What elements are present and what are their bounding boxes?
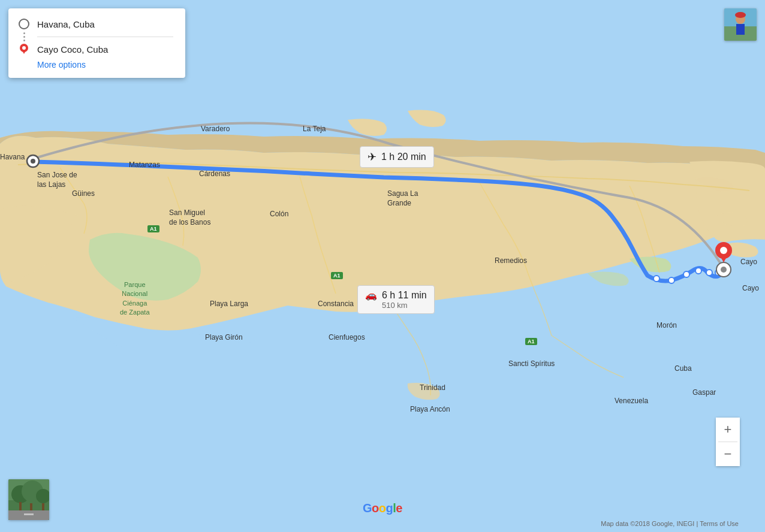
- dots-icon: [18, 32, 30, 41]
- directions-panel: Havana, Cuba Cayo Coco, Cuba More option…: [8, 8, 185, 78]
- zoom-in-button[interactable]: +: [716, 418, 740, 442]
- highway-badge-a1-east: A1: [525, 338, 537, 345]
- map-background: [0, 0, 765, 532]
- google-logo: Google: [363, 501, 402, 515]
- svg-rect-24: [42, 503, 44, 512]
- profile-thumbnail[interactable]: [724, 8, 757, 41]
- svg-point-13: [720, 247, 727, 254]
- origin-icon-container: [18, 18, 30, 30]
- destination-pin-icon: [18, 43, 30, 55]
- destination-label: Cayo Coco, Cuba: [37, 44, 108, 55]
- route-divider: [18, 32, 173, 41]
- streetview-thumbnail[interactable]: [8, 479, 49, 520]
- highway-badge-a1-west: A1: [147, 225, 159, 232]
- more-options-link[interactable]: More options: [37, 60, 173, 69]
- zoom-controls: + −: [716, 418, 740, 466]
- divider-line: [37, 37, 173, 37]
- origin-row: Havana, Cuba: [18, 18, 173, 30]
- highway-badge-a1-mid: A1: [331, 272, 343, 279]
- origin-label: Havana, Cuba: [37, 19, 95, 29]
- svg-rect-31: [736, 24, 745, 35]
- svg-point-16: [22, 46, 26, 50]
- flight-duration: 1 h 20 min: [381, 152, 426, 162]
- svg-rect-26: [24, 513, 34, 515]
- drive-duration: 6 h 11 min: [382, 290, 427, 301]
- svg-point-10: [721, 267, 727, 273]
- svg-point-5: [706, 270, 712, 276]
- svg-point-8: [31, 159, 35, 164]
- map-attribution: Map data ©2018 Google, INEGI | Terms of …: [601, 520, 739, 527]
- drive-info-row: 🚗 6 h 11 min: [365, 289, 427, 301]
- zoom-out-button[interactable]: −: [716, 442, 740, 466]
- car-icon: 🚗: [365, 289, 377, 301]
- profile-image: [724, 8, 757, 41]
- svg-point-4: [695, 268, 701, 274]
- drive-distance: 510 km: [382, 301, 427, 310]
- plane-icon: ✈: [368, 150, 377, 164]
- drive-time-badge: 🚗 6 h 11 min 510 km: [357, 285, 435, 314]
- origin-circle-icon: [19, 19, 29, 29]
- map-container: Havana Varadero Matanzas La Teja Cárdena…: [0, 0, 765, 532]
- svg-point-1: [653, 276, 659, 282]
- streetview-image: [8, 479, 49, 520]
- svg-point-32: [735, 12, 746, 18]
- flight-time-badge: ✈ 1 h 20 min: [360, 146, 434, 168]
- dest-icon-container: [18, 43, 30, 55]
- destination-row: Cayo Coco, Cuba: [18, 43, 173, 55]
- svg-point-3: [683, 271, 689, 277]
- svg-point-2: [668, 277, 674, 283]
